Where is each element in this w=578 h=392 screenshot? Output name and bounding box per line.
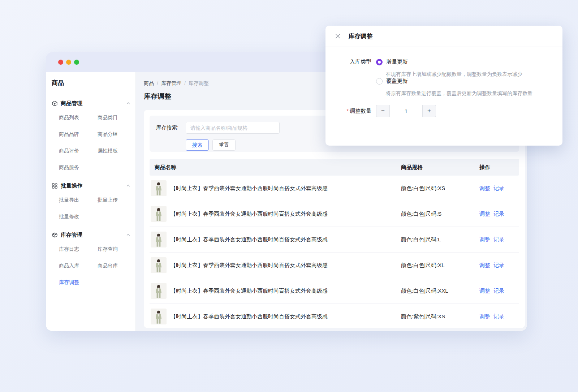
sidebar-group: 批量操作 批量导出 批量上传 批量修改: [52, 182, 130, 225]
quantity-row: *调整数量 − +: [334, 105, 554, 117]
sidebar-nav: 商品管理 商品列表 商品类目 商品品牌 商品分组 商品评价 属性模板 商品服务 …: [52, 100, 130, 290]
adjust-link[interactable]: 调整: [479, 211, 490, 217]
breadcrumb-item[interactable]: 库存管理: [161, 80, 181, 87]
package-icon: [52, 100, 58, 107]
sidebar-item-商品分组[interactable]: 商品分组: [98, 126, 130, 142]
sidebar-item-商品入库[interactable]: 商品入库: [59, 257, 98, 274]
breadcrumb-item[interactable]: 商品: [144, 80, 154, 87]
column-header-name: 商品名称: [155, 164, 401, 171]
maximize-traffic-light[interactable]: [74, 60, 79, 65]
minimize-traffic-light[interactable]: [66, 60, 71, 65]
radio-option-label: 覆盖更新: [386, 78, 408, 85]
modal-header: 库存调整: [325, 26, 562, 47]
product-thumbnail: [151, 206, 167, 222]
sidebar-item-库存查询[interactable]: 库存查询: [98, 241, 130, 257]
product-spec: 颜色:白色|尺码:XS: [401, 185, 479, 192]
sidebar-group-header[interactable]: 商品管理: [52, 100, 130, 107]
product-spec: 颜色:紫色|尺码:XS: [401, 313, 479, 320]
product-spec: 颜色:白色|尺码:XL: [401, 262, 479, 269]
radio-option[interactable]: 增量更新: [376, 59, 408, 65]
grid-icon: [52, 183, 58, 189]
modal-body: 入库类型 增量更新 在现有库存上增加或减少配额数量，调整数量为负数表示减少 覆盖…: [325, 47, 562, 117]
adjust-link[interactable]: 调整: [479, 236, 490, 243]
row-actions: 调整记录: [479, 185, 519, 192]
sidebar-item-属性模板[interactable]: 属性模板: [98, 142, 130, 159]
breadcrumb-separator: /: [157, 81, 158, 86]
sidebar-item-商品评价[interactable]: 商品评价: [59, 142, 98, 159]
close-icon[interactable]: [335, 33, 341, 39]
sidebar-title: 商品: [52, 78, 130, 93]
record-link[interactable]: 记录: [493, 262, 504, 269]
sidebar-item-批量上传[interactable]: 批量上传: [98, 191, 130, 208]
product-name: 【时尚上衣】春季西装外套女通勤小西服时尚百搭女式外套高级感: [171, 185, 328, 192]
sidebar-item-商品品牌[interactable]: 商品品牌: [59, 126, 98, 142]
column-header-actions: 操作: [479, 164, 519, 171]
radio-option-block: 入库类型 增量更新 在现有库存上增加或减少配额数量，调整数量为负数表示减少: [334, 59, 554, 78]
sidebar-group-header[interactable]: 库存管理: [52, 231, 130, 238]
radio-option[interactable]: 覆盖更新: [376, 78, 408, 85]
chevron-up-icon[interactable]: [126, 184, 130, 188]
adjust-link[interactable]: 调整: [479, 262, 490, 269]
breadcrumb-separator: /: [184, 81, 186, 86]
sidebar-item-批量导出[interactable]: 批量导出: [59, 191, 98, 208]
record-link[interactable]: 记录: [493, 313, 504, 320]
sidebar-item-库存日志[interactable]: 库存日志: [59, 241, 98, 257]
radio-option-block: 覆盖更新 将原有库存数量进行覆盖，覆盖后更新为调整数量填写的库存数量: [334, 78, 554, 97]
product-thumbnail: [151, 232, 167, 247]
quantity-input[interactable]: [390, 105, 422, 117]
row-actions: 调整记录: [479, 262, 519, 269]
search-input[interactable]: [186, 122, 280, 134]
sidebar-group-header[interactable]: 批量操作: [52, 182, 130, 189]
radio-icon[interactable]: [376, 78, 383, 85]
sidebar-group-label: 商品管理: [61, 100, 82, 107]
sidebar-group-label: 批量操作: [61, 182, 82, 189]
product-thumbnail: [151, 283, 167, 299]
reset-button[interactable]: 重置: [212, 139, 236, 151]
option-description: 将原有库存数量进行覆盖，覆盖后更新为调整数量填写的库存数量: [386, 90, 554, 97]
close-traffic-light[interactable]: [58, 60, 63, 65]
record-link[interactable]: 记录: [493, 236, 504, 243]
table-row: 【时尚上衣】春季西装外套女通勤小西服时尚百搭女式外套高级感 颜色:白色|尺码:S…: [150, 201, 519, 227]
product-spec: 颜色:白色|尺码:S: [401, 211, 479, 217]
search-button[interactable]: 搜索: [186, 139, 209, 151]
product-name: 【时尚上衣】春季西装外套女通勤小西服时尚百搭女式外套高级感: [171, 211, 328, 217]
table-body: 【时尚上衣】春季西装外套女通勤小西服时尚百搭女式外套高级感 颜色:白色|尺码:X…: [150, 176, 519, 328]
record-link[interactable]: 记录: [493, 211, 504, 217]
sidebar-group: 商品管理 商品列表 商品类目 商品品牌 商品分组 商品评价 属性模板 商品服务: [52, 100, 130, 176]
chevron-up-icon[interactable]: [126, 233, 130, 237]
table-row: 【时尚上衣】春季西装外套女通勤小西服时尚百搭女式外套高级感 颜色:白色|尺码:X…: [150, 253, 519, 278]
sidebar-item-商品出库[interactable]: 商品出库: [98, 257, 130, 274]
box-icon: [52, 232, 58, 238]
quantity-stepper: − +: [376, 105, 436, 117]
record-link[interactable]: 记录: [493, 288, 504, 294]
option-description: 在现有库存上增加或减少配额数量，调整数量为负数表示减少: [386, 71, 554, 78]
table-row: 【时尚上衣】春季西装外套女通勤小西服时尚百搭女式外套高级感 颜色:白色|尺码:X…: [150, 176, 519, 201]
product-name: 【时尚上衣】春季西装外套女通勤小西服时尚百搭女式外套高级感: [171, 262, 328, 269]
table-row: 【时尚上衣】春季西装外套女通勤小西服时尚百搭女式外套高级感 颜色:白色|尺码:L…: [150, 227, 519, 253]
radio-icon[interactable]: [376, 59, 383, 65]
adjust-link[interactable]: 调整: [479, 185, 490, 192]
product-thumbnail: [151, 309, 167, 324]
row-actions: 调整记录: [479, 288, 519, 294]
radio-option-label: 增量更新: [386, 59, 408, 65]
product-name: 【时尚上衣】春季西装外套女通勤小西服时尚百搭女式外套高级感: [171, 313, 328, 320]
decrement-button[interactable]: −: [376, 105, 390, 117]
row-actions: 调整记录: [479, 313, 519, 320]
sidebar-item-库存调整[interactable]: 库存调整: [59, 274, 98, 290]
modal-title: 库存调整: [348, 32, 373, 40]
table-header: 商品名称 商品规格 操作: [150, 159, 519, 176]
increment-button[interactable]: +: [422, 105, 436, 117]
adjust-link[interactable]: 调整: [479, 288, 490, 294]
inventory-adjust-modal: 库存调整 入库类型 增量更新 在现有库存上增加或减少配额数量，调整数量为负数表示…: [325, 26, 562, 146]
chevron-up-icon[interactable]: [126, 101, 130, 105]
sidebar-item-商品类目[interactable]: 商品类目: [98, 109, 130, 126]
sidebar-item-商品服务[interactable]: 商品服务: [59, 159, 98, 176]
sidebar-item-批量修改[interactable]: 批量修改: [59, 208, 98, 225]
sidebar: 商品 商品管理 商品列表 商品类目 商品品牌 商品分组 商品评价 属性模板 商品…: [46, 72, 136, 331]
record-link[interactable]: 记录: [493, 185, 504, 192]
row-actions: 调整记录: [479, 211, 519, 217]
adjust-link[interactable]: 调整: [479, 313, 490, 320]
sidebar-item-商品列表[interactable]: 商品列表: [59, 109, 98, 126]
required-asterisk: *: [347, 108, 349, 114]
product-spec: 颜色:白色|尺码:XXL: [401, 288, 479, 294]
